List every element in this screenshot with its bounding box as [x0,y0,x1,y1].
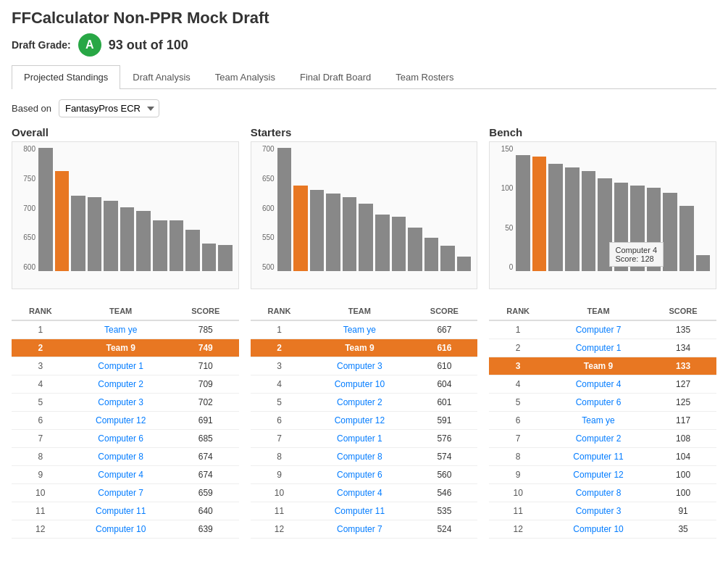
bench-col-rank: RANK [489,302,547,320]
tab-team-analysis[interactable]: Team Analysis [203,65,288,88]
rank-cell: 6 [251,412,309,430]
chart-bar [582,171,596,271]
rank-cell: 12 [489,520,547,539]
chart-bar [88,197,102,271]
tab-team-rosters[interactable]: Team Rosters [383,65,466,88]
table-row: 1Team ye667 [251,320,478,339]
chart-bar [614,183,629,271]
chart-bar [359,204,373,271]
table-row: 12Computer 1035 [489,520,716,539]
chart-bar [408,228,422,271]
chart-bar [277,148,292,271]
bench-col-score: SCORE [650,302,716,320]
team-cell: Team 9 [547,357,650,375]
table-row: 12Computer 7524 [251,520,478,539]
score-cell: 785 [172,320,239,339]
chart-bar [38,148,53,271]
team-cell: Computer 2 [70,375,172,394]
table-row: 8Computer 8674 [12,448,239,466]
bench-table-section: RANK TEAM SCORE 1Computer 71352Computer … [489,302,716,539]
page-container: FFCalculator Non-PPR Mock Draft Draft Gr… [0,0,728,547]
chart-bar [310,190,325,271]
rank-cell: 6 [489,412,547,430]
score-cell: 546 [411,484,477,502]
score-cell: 667 [411,320,477,339]
rank-cell: 2 [12,339,70,357]
rank-cell: 9 [12,466,70,484]
overall-col-team: TEAM [70,302,172,320]
table-row: 6Team ye117 [489,412,716,430]
rank-cell: 8 [251,448,309,466]
chart-bar [326,194,340,271]
starters-chart-title: Starters [251,126,478,138]
table-row: 1Team ye785 [12,320,239,339]
bench-col-team: TEAM [547,302,650,320]
team-cell: Computer 7 [547,320,650,339]
table-row: 3Computer 3610 [251,357,478,375]
table-row: 5Computer 2601 [251,394,478,412]
rank-cell: 8 [489,448,547,466]
team-cell: Computer 6 [70,430,172,448]
draft-grade-label: Draft Grade: [12,39,71,51]
based-on-select[interactable]: FantasyPros ECR [59,99,159,117]
starters-y-labels: 700 650 600 550 500 [251,142,277,271]
rank-cell: 10 [12,484,70,502]
team-cell: Team ye [70,320,172,339]
rank-cell: 3 [489,357,547,375]
score-cell: 616 [411,339,477,357]
rank-cell: 6 [12,412,70,430]
team-cell: Computer 8 [308,448,411,466]
tab-draft-analysis[interactable]: Draft Analysis [120,65,202,88]
starters-chart-section: Starters 700 650 600 550 500 [251,126,478,289]
score-cell: 134 [650,339,716,357]
score-cell: 574 [411,448,477,466]
score-cell: 710 [172,357,239,375]
bench-table: RANK TEAM SCORE 1Computer 71352Computer … [489,302,716,539]
table-row: 5Computer 3702 [12,394,239,412]
table-row: 2Computer 1134 [489,339,716,357]
score-cell: 560 [411,466,477,484]
table-row: 6Computer 12591 [251,412,478,430]
team-cell: Team 9 [308,339,411,357]
tab-projected-standings[interactable]: Projected Standings [12,65,120,89]
team-cell: Computer 11 [547,448,650,466]
chart-bar [55,171,70,271]
rank-cell: 7 [12,430,70,448]
bench-y-labels: 150 100 50 0 [490,142,516,271]
chart-bar [679,206,694,271]
tab-final-draft-board[interactable]: Final Draft Board [288,65,383,88]
chart-bar [440,246,455,271]
rank-cell: 2 [489,339,547,357]
score-cell: 591 [411,412,477,430]
rank-cell: 7 [251,430,309,448]
team-cell: Team ye [547,412,650,430]
table-row: 7Computer 6685 [12,430,239,448]
team-cell: Computer 12 [70,412,172,430]
score-cell: 100 [650,466,716,484]
grade-circle: A [78,33,101,57]
chart-bar [663,193,677,271]
score-cell: 601 [411,394,477,412]
score-cell: 659 [172,484,239,502]
grade-score: 93 out of 100 [109,38,188,53]
team-cell: Computer 3 [70,394,172,412]
score-cell: 685 [172,430,239,448]
table-row: 9Computer 6560 [251,466,478,484]
chart-bar [343,197,357,271]
chart-bar [516,155,530,271]
score-cell: 108 [650,430,716,448]
team-cell: Computer 12 [308,412,411,430]
rank-cell: 9 [251,466,309,484]
table-row: 5Computer 6125 [489,394,716,412]
rank-cell: 10 [489,484,547,502]
score-cell: 104 [650,448,716,466]
score-cell: 117 [650,412,716,430]
chart-bar [293,186,308,271]
charts-row: Overall 800 750 700 650 600 Starters 700… [12,126,716,289]
table-row: 8Computer 8574 [251,448,478,466]
based-on-row: Based on FantasyPros ECR [12,99,716,117]
rank-cell: 9 [489,466,547,484]
draft-grade-row: Draft Grade: A 93 out of 100 [12,33,716,57]
score-cell: 125 [650,394,716,412]
team-cell: Computer 1 [547,339,650,357]
